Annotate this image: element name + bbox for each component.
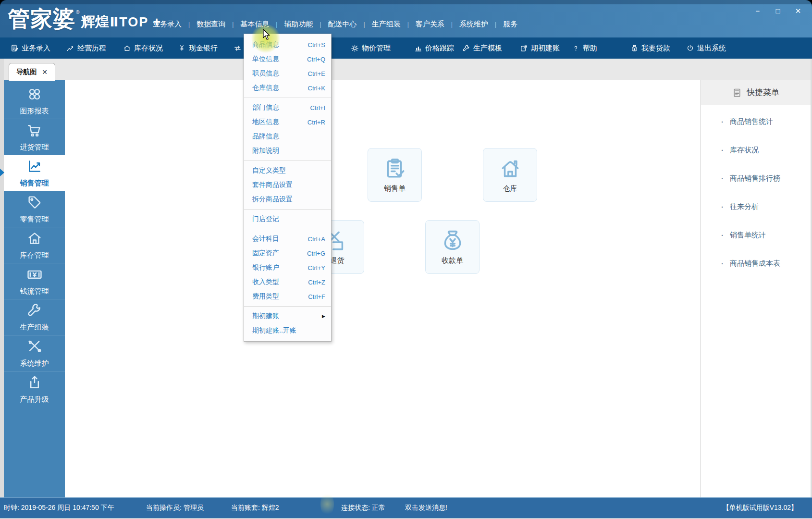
sidebar-item-assembly[interactable]: 生产组装 <box>4 299 65 335</box>
dropdown-section: 商品信息Ctrl+S单位信息Ctrl+Q职员信息Ctrl+E仓库信息Ctrl+K <box>244 37 331 95</box>
sidebar-item-inventory[interactable]: 库存管理 <box>4 227 65 263</box>
sidebar-item-purchase[interactable]: 进货管理 <box>4 119 65 155</box>
bullet-icon: · <box>721 231 724 239</box>
minimize-button[interactable]: − <box>753 7 762 15</box>
menu-item-fixed-asset[interactable]: 固定资产Ctrl+G <box>244 246 331 260</box>
menubar-item-4[interactable]: 辅助功能 <box>281 18 316 30</box>
sidebar-item-chart-report[interactable]: 图形报表 <box>4 83 65 119</box>
menu-item-label: 职员信息 <box>252 69 279 78</box>
menubar-item-7[interactable]: 客户关系 <box>413 18 447 30</box>
menubar-separator: | <box>364 21 365 28</box>
tile-warehouse[interactable]: 仓库 <box>483 148 537 202</box>
menu-item-shortcut: Ctrl+S <box>308 41 325 49</box>
menubar-item-8[interactable]: 系统维护 <box>456 18 491 30</box>
quick-menu-item-3[interactable]: ·商品销售排行榜 <box>701 173 811 183</box>
wrench-icon <box>462 44 470 52</box>
toolbar-item-price-manage[interactable]: 物价管理 <box>351 37 391 59</box>
tile-receipt[interactable]: 收款单 <box>425 220 480 274</box>
toolbar-item-prod-template[interactable]: 生产模板 <box>462 37 502 59</box>
quick-menu-item-2[interactable]: ·库存状况 <box>701 145 811 155</box>
toolbar-item-price-track[interactable]: 价格跟踪 <box>414 37 454 59</box>
menu-item-account-subject[interactable]: 会计科目Ctrl+A <box>244 232 331 246</box>
quick-menu-item-5[interactable]: ·销售单统计 <box>701 230 811 240</box>
menubar-item-2[interactable]: 数据查询 <box>194 18 228 30</box>
dropdown-section: 期初建账▶期初建账..开账 <box>244 306 331 338</box>
sidebar-item-sales[interactable]: 销售管理 <box>4 155 65 191</box>
bullet-icon: · <box>721 260 724 268</box>
toolbar-item-label: 现金银行 <box>189 44 218 53</box>
tile-sales-order[interactable]: 销售单 <box>368 148 422 202</box>
menu-item-employee-info[interactable]: 职员信息Ctrl+E <box>244 66 331 81</box>
menubar-item-6[interactable]: 生产组装 <box>369 18 404 30</box>
title-bar: 管家婆 ® 辉煌 Ⅱ TOP + 业务录入|数据查询|基本信息|辅助功能|配送中… <box>0 0 812 37</box>
warehouse-icon <box>498 157 522 181</box>
bar-chart-icon <box>414 44 422 52</box>
menu-item-unit-info[interactable]: 单位信息Ctrl+Q <box>244 52 331 66</box>
menu-item-goods-info[interactable]: 商品信息Ctrl+S <box>244 37 331 52</box>
menu-item-region-info[interactable]: 地区信息Ctrl+R <box>244 115 331 129</box>
note-pen-icon <box>11 44 19 52</box>
chart-grid-icon <box>26 86 43 104</box>
menu-item-label: 期初建账..开账 <box>252 326 296 335</box>
maximize-button[interactable]: □ <box>774 7 782 15</box>
menu-item-dept-info[interactable]: 部门信息Ctrl+I <box>244 100 331 115</box>
tab-close-icon[interactable]: ✕ <box>42 68 48 76</box>
menubar-item-1[interactable]: 业务录入 <box>150 18 185 30</box>
status-message[interactable]: 双击发送消息! <box>405 504 447 512</box>
export-icon <box>520 44 528 52</box>
menu-bar: 业务录入|数据查询|基本信息|辅助功能|配送中心|生产组装|客户关系|系统维护|… <box>150 18 520 30</box>
menu-item-brand-info[interactable]: 品牌信息 <box>244 129 331 144</box>
toolbar-item-label: 生产模板 <box>473 44 502 53</box>
menu-item-extra-note[interactable]: 附加说明 <box>244 144 331 158</box>
menubar-separator: | <box>232 21 234 28</box>
wrench-icon <box>26 302 43 321</box>
menu-item-label: 单位信息 <box>252 55 279 63</box>
menubar-item-9[interactable]: 服务 <box>500 18 520 30</box>
toolbar-item-stock-status[interactable]: 库存状况 <box>123 37 163 59</box>
quick-menu-item-6[interactable]: ·商品销售成本表 <box>701 259 811 268</box>
gear-icon <box>351 44 359 52</box>
navigation-map-tab[interactable]: 导航图 ✕ <box>9 63 55 81</box>
menu-item-split-goods[interactable]: 拆分商品设置 <box>244 192 331 207</box>
menu-item-kit-goods[interactable]: 套件商品设置 <box>244 178 331 192</box>
dropdown-section: 自定义类型套件商品设置拆分商品设置 <box>244 161 331 207</box>
sidebar-item-maintenance[interactable]: 系统维护 <box>4 335 65 371</box>
sidebar-item-label: 系统维护 <box>20 359 49 368</box>
menubar-item-3[interactable]: 基本信息 <box>237 18 272 30</box>
menu-item-warehouse-info[interactable]: 仓库信息Ctrl+K <box>244 81 331 95</box>
sidebar-item-retail[interactable]: 零售管理 <box>4 191 65 227</box>
quick-menu-item-label: 往来分析 <box>730 202 759 211</box>
menu-item-bank-account[interactable]: 银行账户Ctrl+Y <box>244 260 331 275</box>
toolbar-item-hidden-partial[interactable] <box>234 37 242 59</box>
quick-menu-item-1[interactable]: ·商品销售统计 <box>701 117 811 126</box>
menu-item-initial-account-open[interactable]: 期初建账..开账 <box>244 323 331 338</box>
toolbar-item-biz-entry[interactable]: 业务录入 <box>11 37 50 59</box>
quick-menu-item-4[interactable]: ·往来分析 <box>701 202 811 211</box>
toolbar-item-initial-setup[interactable]: 期初建账 <box>520 37 560 59</box>
toolbar-item-loan[interactable]: 我要贷款 <box>630 37 670 59</box>
menu-item-income-type[interactable]: 收入类型Ctrl+Z <box>244 275 331 289</box>
bullet-icon: · <box>721 203 724 211</box>
menu-item-store-register[interactable]: 门店登记 <box>244 212 331 226</box>
menu-item-expense-type[interactable]: 费用类型Ctrl+F <box>244 289 331 304</box>
status-bar: 时钟: 2019-05-26 周日 10:47:50 下午 当前操作员: 管理员… <box>0 497 812 518</box>
menu-item-custom-type[interactable]: 自定义类型 <box>244 163 331 178</box>
toolbar-item-help[interactable]: 帮助 <box>572 37 597 59</box>
brand-series: 辉煌 <box>81 12 109 32</box>
toolbar-item-cash-bank[interactable]: 现金银行 <box>178 37 218 59</box>
sidebar-item-upgrade[interactable]: 产品升级 <box>4 371 65 407</box>
toolbar-item-history[interactable]: 经营历程 <box>66 37 106 59</box>
toolbar-item-label: 业务录入 <box>22 44 50 53</box>
dropdown-section: 门店登记 <box>244 209 331 226</box>
banknote-icon <box>26 266 43 284</box>
menubar-item-5[interactable]: 配送中心 <box>325 18 360 30</box>
menubar-separator: | <box>276 21 277 28</box>
menu-item-initial-account[interactable]: 期初建账▶ <box>244 309 331 323</box>
sidebar-item-money-flow[interactable]: 钱流管理 <box>4 263 65 299</box>
menubar-separator: | <box>407 21 409 28</box>
menu-item-label: 部门信息 <box>252 103 279 112</box>
toolbar-item-exit[interactable]: 退出系统 <box>686 37 726 59</box>
menu-item-label: 地区信息 <box>252 118 279 126</box>
active-item-arrow <box>0 169 4 176</box>
close-button[interactable]: ✕ <box>794 7 802 15</box>
